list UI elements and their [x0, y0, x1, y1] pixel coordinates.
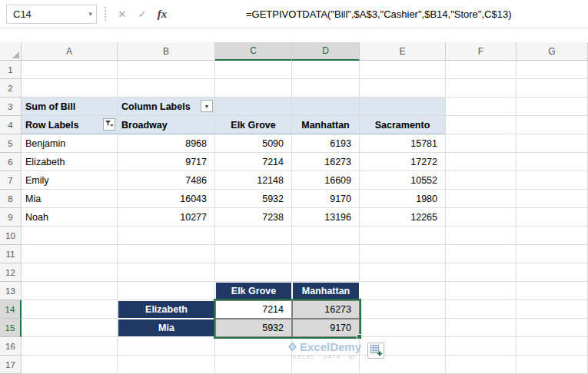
cell-B14[interactable]: Elizabeth	[118, 300, 215, 319]
cell-G10[interactable]	[517, 227, 588, 245]
cell-A8[interactable]: Mia	[22, 190, 118, 208]
row-header-11[interactable]: 11	[0, 245, 22, 263]
cell-F3[interactable]	[446, 98, 517, 116]
cell-C1[interactable]	[215, 61, 292, 79]
row-header-12[interactable]: 12	[0, 263, 22, 282]
cell-F7[interactable]	[446, 171, 517, 190]
cell-C13[interactable]: Elk Grove	[215, 282, 292, 300]
cell-E10[interactable]	[360, 227, 446, 245]
cell-G3[interactable]	[517, 98, 588, 116]
cell-B7[interactable]: 7486	[118, 171, 215, 190]
row-header-10[interactable]: 10	[0, 227, 22, 245]
row-header-16[interactable]: 16	[0, 337, 22, 356]
cell-A13[interactable]	[22, 282, 118, 300]
auto-fill-options-button[interactable]	[367, 343, 384, 359]
cell-F1[interactable]	[446, 61, 517, 79]
cell-A11[interactable]	[22, 245, 118, 263]
cell-A17[interactable]	[22, 356, 118, 374]
column-header-F[interactable]: F	[446, 42, 517, 61]
row-header-9[interactable]: 9	[0, 208, 22, 227]
cell-F13[interactable]	[446, 282, 517, 300]
cell-E15[interactable]	[360, 319, 446, 337]
cell-G14[interactable]	[517, 300, 588, 319]
cell-C16[interactable]	[215, 337, 292, 356]
cell-B3[interactable]: Column Labels▼	[118, 98, 215, 116]
cell-C14[interactable]: 7214	[215, 300, 292, 319]
cell-C15[interactable]: 5932	[215, 319, 292, 337]
cell-G1[interactable]	[517, 61, 588, 79]
row-header-5[interactable]: 5	[0, 134, 22, 153]
cell-E13[interactable]	[360, 282, 446, 300]
cell-B12[interactable]	[118, 263, 215, 282]
cell-C8[interactable]: 5932	[215, 190, 292, 208]
cell-F2[interactable]	[446, 79, 517, 98]
cell-C3[interactable]	[215, 98, 292, 116]
name-box[interactable]: C14 ▾	[6, 5, 97, 24]
cell-A12[interactable]	[22, 263, 118, 282]
formula-input[interactable]: =GETPIVOTDATA("Bill",$A$3,"Cashier",$B14…	[172, 5, 588, 24]
cell-F5[interactable]	[446, 134, 517, 153]
cell-B8[interactable]: 16043	[118, 190, 215, 208]
cell-A14[interactable]	[22, 300, 118, 319]
column-header-G[interactable]: G	[517, 42, 588, 61]
select-all-button[interactable]	[0, 42, 22, 61]
cell-G8[interactable]	[517, 190, 588, 208]
cell-E8[interactable]: 1980	[360, 190, 446, 208]
cell-G5[interactable]	[517, 134, 588, 153]
cell-B10[interactable]	[118, 227, 215, 245]
cell-C6[interactable]: 7214	[215, 153, 292, 171]
cell-D16[interactable]	[292, 337, 360, 356]
cell-B6[interactable]: 9717	[118, 153, 215, 171]
row-header-6[interactable]: 6	[0, 153, 22, 171]
cell-B13[interactable]	[118, 282, 215, 300]
cell-E2[interactable]	[360, 79, 446, 98]
cell-D17[interactable]	[292, 356, 360, 374]
cell-E14[interactable]	[360, 300, 446, 319]
cell-A15[interactable]	[22, 319, 118, 337]
row-header-13[interactable]: 13	[0, 282, 22, 300]
cell-D1[interactable]	[292, 61, 360, 79]
cell-C10[interactable]	[215, 227, 292, 245]
cell-E5[interactable]: 15781	[360, 134, 446, 153]
cell-E4[interactable]: Sacramento	[360, 116, 446, 134]
row-header-17[interactable]: 17	[0, 356, 22, 374]
cell-G6[interactable]	[517, 153, 588, 171]
row-header-8[interactable]: 8	[0, 190, 22, 208]
row-header-14[interactable]: 14	[0, 300, 22, 319]
cell-C12[interactable]	[215, 263, 292, 282]
cell-B11[interactable]	[118, 245, 215, 263]
cell-C11[interactable]	[215, 245, 292, 263]
cell-B17[interactable]	[118, 356, 215, 374]
cell-D9[interactable]: 13196	[292, 208, 360, 227]
row-header-7[interactable]: 7	[0, 171, 22, 190]
row-header-3[interactable]: 3	[0, 98, 22, 116]
cell-F15[interactable]	[446, 319, 517, 337]
cell-A1[interactable]	[22, 61, 118, 79]
cell-B2[interactable]	[118, 79, 215, 98]
cell-C7[interactable]: 12148	[215, 171, 292, 190]
cell-F4[interactable]	[446, 116, 517, 134]
cell-B9[interactable]: 10277	[118, 208, 215, 227]
cell-G16[interactable]	[517, 337, 588, 356]
column-labels-dropdown-button[interactable]: ▼	[201, 100, 213, 112]
cell-D12[interactable]	[292, 263, 360, 282]
column-header-C[interactable]: C	[215, 42, 292, 61]
cell-A4[interactable]: Row Labels	[22, 116, 118, 134]
cell-F9[interactable]	[446, 208, 517, 227]
cell-D5[interactable]: 6193	[292, 134, 360, 153]
cell-F17[interactable]	[446, 356, 517, 374]
row-header-1[interactable]: 1	[0, 61, 22, 79]
cell-F12[interactable]	[446, 263, 517, 282]
row-header-4[interactable]: 4	[0, 116, 22, 134]
cell-A6[interactable]: Elizabeth	[22, 153, 118, 171]
cell-F6[interactable]	[446, 153, 517, 171]
cell-G7[interactable]	[517, 171, 588, 190]
cell-D3[interactable]	[292, 98, 360, 116]
insert-function-button[interactable]: fx	[152, 5, 172, 24]
cell-D15[interactable]: 9170	[292, 319, 360, 337]
cell-B1[interactable]	[118, 61, 215, 79]
cell-D7[interactable]: 16609	[292, 171, 360, 190]
cell-G13[interactable]	[517, 282, 588, 300]
cell-D14[interactable]: 16273	[292, 300, 360, 319]
cell-C9[interactable]: 7238	[215, 208, 292, 227]
